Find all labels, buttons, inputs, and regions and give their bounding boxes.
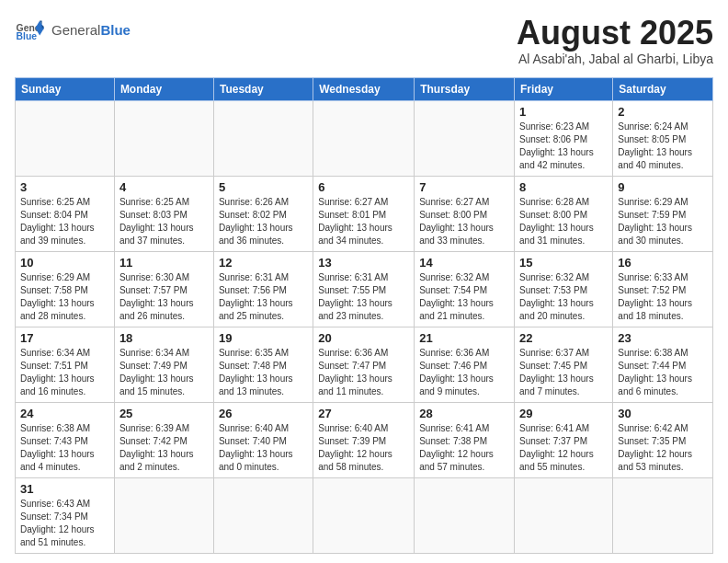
day-number: 25 — [119, 407, 209, 420]
calendar-day-cell: 31Sunrise: 6:43 AM Sunset: 7:34 PM Dayli… — [16, 477, 115, 553]
calendar-day-cell: 19Sunrise: 6:35 AM Sunset: 7:48 PM Dayli… — [213, 327, 313, 402]
day-number: 2 — [618, 105, 708, 119]
calendar-day-cell — [313, 100, 415, 176]
day-info: Sunrise: 6:31 AM Sunset: 7:55 PM Dayligh… — [318, 271, 409, 323]
day-info: Sunrise: 6:31 AM Sunset: 7:56 PM Dayligh… — [219, 271, 308, 323]
weekday-header: Monday — [114, 77, 213, 100]
day-number: 26 — [219, 407, 308, 420]
calendar-day-cell: 10Sunrise: 6:29 AM Sunset: 7:58 PM Dayli… — [16, 251, 115, 327]
calendar-day-cell: 13Sunrise: 6:31 AM Sunset: 7:55 PM Dayli… — [313, 251, 415, 327]
day-info: Sunrise: 6:33 AM Sunset: 7:52 PM Dayligh… — [618, 271, 708, 323]
day-number: 13 — [318, 256, 409, 270]
day-info: Sunrise: 6:26 AM Sunset: 8:02 PM Dayligh… — [219, 196, 308, 247]
day-info: Sunrise: 6:41 AM Sunset: 7:38 PM Dayligh… — [419, 422, 509, 474]
day-info: Sunrise: 6:35 AM Sunset: 7:48 PM Dayligh… — [219, 347, 308, 398]
calendar-table: SundayMondayTuesdayWednesdayThursdayFrid… — [15, 77, 713, 554]
calendar-day-cell: 7Sunrise: 6:27 AM Sunset: 8:00 PM Daylig… — [415, 176, 515, 251]
day-info: Sunrise: 6:41 AM Sunset: 7:37 PM Dayligh… — [519, 422, 608, 474]
day-number: 9 — [618, 180, 708, 194]
day-number: 5 — [219, 180, 308, 194]
day-info: Sunrise: 6:32 AM Sunset: 7:54 PM Dayligh… — [419, 271, 509, 323]
calendar-day-cell — [213, 477, 313, 553]
calendar-day-cell: 24Sunrise: 6:38 AM Sunset: 7:43 PM Dayli… — [16, 402, 115, 477]
calendar-week-row: 3Sunrise: 6:25 AM Sunset: 8:04 PM Daylig… — [16, 176, 713, 251]
calendar-subtitle: Al Asabi'ah, Jabal al Gharbi, Libya — [517, 52, 713, 66]
calendar-day-cell — [415, 477, 515, 553]
day-info: Sunrise: 6:27 AM Sunset: 8:01 PM Dayligh… — [318, 196, 409, 247]
weekday-header: Sunday — [16, 77, 115, 100]
day-number: 11 — [119, 256, 209, 270]
day-number: 30 — [618, 407, 708, 420]
day-info: Sunrise: 6:34 AM Sunset: 7:51 PM Dayligh… — [20, 347, 109, 398]
day-info: Sunrise: 6:29 AM Sunset: 7:59 PM Dayligh… — [618, 196, 708, 247]
calendar-day-cell — [415, 100, 515, 176]
calendar-day-cell: 9Sunrise: 6:29 AM Sunset: 7:59 PM Daylig… — [613, 176, 713, 251]
day-info: Sunrise: 6:25 AM Sunset: 8:03 PM Dayligh… — [119, 196, 209, 247]
day-number: 7 — [419, 180, 509, 194]
day-number: 20 — [318, 331, 409, 345]
day-info: Sunrise: 6:37 AM Sunset: 7:45 PM Dayligh… — [519, 347, 608, 398]
weekday-header: Wednesday — [313, 77, 415, 100]
calendar-day-cell: 18Sunrise: 6:34 AM Sunset: 7:49 PM Dayli… — [114, 327, 213, 402]
calendar-day-cell: 12Sunrise: 6:31 AM Sunset: 7:56 PM Dayli… — [213, 251, 313, 327]
day-info: Sunrise: 6:40 AM Sunset: 7:39 PM Dayligh… — [318, 422, 409, 474]
calendar-day-cell: 17Sunrise: 6:34 AM Sunset: 7:51 PM Dayli… — [16, 327, 115, 402]
calendar-day-cell — [515, 477, 613, 553]
day-info: Sunrise: 6:36 AM Sunset: 7:47 PM Dayligh… — [318, 347, 409, 398]
day-info: Sunrise: 6:39 AM Sunset: 7:42 PM Dayligh… — [119, 422, 209, 474]
calendar-day-cell: 30Sunrise: 6:42 AM Sunset: 7:35 PM Dayli… — [613, 402, 713, 477]
day-number: 28 — [419, 407, 509, 420]
calendar-week-row: 24Sunrise: 6:38 AM Sunset: 7:43 PM Dayli… — [16, 402, 713, 477]
calendar-day-cell — [16, 100, 115, 176]
calendar-week-row: 31Sunrise: 6:43 AM Sunset: 7:34 PM Dayli… — [16, 477, 713, 553]
logo-icon: General Blue — [15, 15, 44, 44]
calendar-day-cell: 5Sunrise: 6:26 AM Sunset: 8:02 PM Daylig… — [213, 176, 313, 251]
day-number: 14 — [419, 256, 509, 270]
day-number: 16 — [618, 256, 708, 270]
calendar-day-cell: 14Sunrise: 6:32 AM Sunset: 7:54 PM Dayli… — [415, 251, 515, 327]
calendar-day-cell: 23Sunrise: 6:38 AM Sunset: 7:44 PM Dayli… — [613, 327, 713, 402]
day-info: Sunrise: 6:23 AM Sunset: 8:06 PM Dayligh… — [519, 121, 608, 172]
day-number: 12 — [219, 256, 308, 270]
weekday-header: Thursday — [415, 77, 515, 100]
calendar-day-cell: 25Sunrise: 6:39 AM Sunset: 7:42 PM Dayli… — [114, 402, 213, 477]
day-number: 22 — [519, 331, 608, 345]
calendar-day-cell: 29Sunrise: 6:41 AM Sunset: 7:37 PM Dayli… — [515, 402, 613, 477]
day-number: 10 — [20, 256, 109, 270]
day-info: Sunrise: 6:27 AM Sunset: 8:00 PM Dayligh… — [419, 196, 509, 247]
day-number: 24 — [20, 407, 109, 420]
calendar-day-cell: 8Sunrise: 6:28 AM Sunset: 8:00 PM Daylig… — [515, 176, 613, 251]
day-info: Sunrise: 6:32 AM Sunset: 7:53 PM Dayligh… — [519, 271, 608, 323]
day-number: 4 — [119, 180, 209, 194]
calendar-day-cell — [114, 100, 213, 176]
calendar-title: August 2025 — [517, 15, 713, 52]
weekday-header: Saturday — [613, 77, 713, 100]
page-header: General Blue GeneralBlue August 2025 Al … — [15, 15, 713, 66]
calendar-day-cell: 3Sunrise: 6:25 AM Sunset: 8:04 PM Daylig… — [16, 176, 115, 251]
calendar-day-cell: 1Sunrise: 6:23 AM Sunset: 8:06 PM Daylig… — [515, 100, 613, 176]
day-info: Sunrise: 6:30 AM Sunset: 7:57 PM Dayligh… — [119, 271, 209, 323]
calendar-day-cell — [213, 100, 313, 176]
day-info: Sunrise: 6:38 AM Sunset: 7:43 PM Dayligh… — [20, 422, 109, 474]
calendar-week-row: 10Sunrise: 6:29 AM Sunset: 7:58 PM Dayli… — [16, 251, 713, 327]
day-info: Sunrise: 6:25 AM Sunset: 8:04 PM Dayligh… — [20, 196, 109, 247]
calendar-day-cell — [313, 477, 415, 553]
day-number: 3 — [20, 180, 109, 194]
calendar-title-area: August 2025 Al Asabi'ah, Jabal al Gharbi… — [517, 15, 713, 66]
calendar-day-cell: 22Sunrise: 6:37 AM Sunset: 7:45 PM Dayli… — [515, 327, 613, 402]
calendar-day-cell: 6Sunrise: 6:27 AM Sunset: 8:01 PM Daylig… — [313, 176, 415, 251]
day-info: Sunrise: 6:28 AM Sunset: 8:00 PM Dayligh… — [519, 196, 608, 247]
day-info: Sunrise: 6:43 AM Sunset: 7:34 PM Dayligh… — [20, 498, 109, 549]
calendar-week-row: 17Sunrise: 6:34 AM Sunset: 7:51 PM Dayli… — [16, 327, 713, 402]
weekday-header: Friday — [515, 77, 613, 100]
day-number: 15 — [519, 256, 608, 270]
day-info: Sunrise: 6:29 AM Sunset: 7:58 PM Dayligh… — [20, 271, 109, 323]
day-number: 21 — [419, 331, 509, 345]
calendar-day-cell — [613, 477, 713, 553]
day-number: 23 — [618, 331, 708, 345]
svg-text:Blue: Blue — [17, 31, 38, 41]
day-info: Sunrise: 6:38 AM Sunset: 7:44 PM Dayligh… — [618, 347, 708, 398]
calendar-day-cell: 4Sunrise: 6:25 AM Sunset: 8:03 PM Daylig… — [114, 176, 213, 251]
calendar-day-cell — [114, 477, 213, 553]
day-info: Sunrise: 6:40 AM Sunset: 7:40 PM Dayligh… — [219, 422, 308, 474]
